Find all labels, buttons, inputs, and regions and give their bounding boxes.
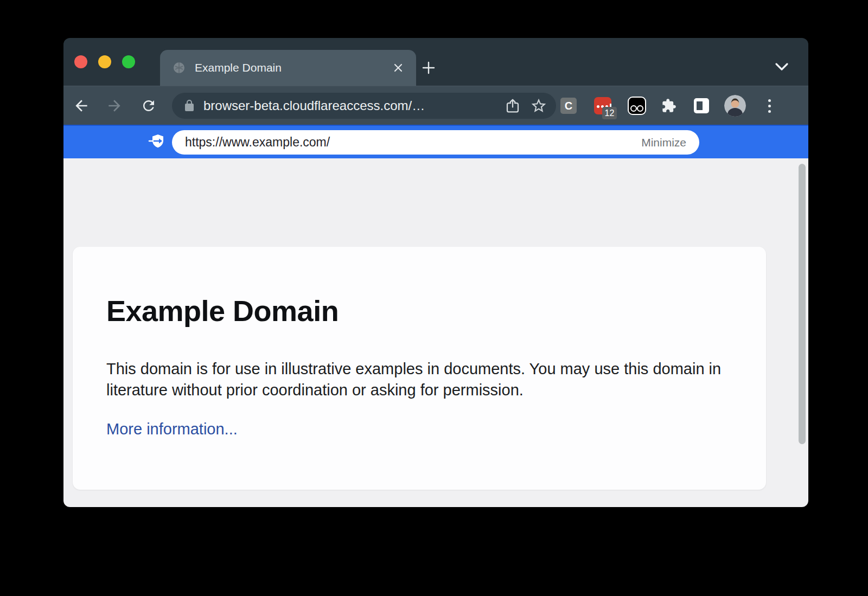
tab-search-button[interactable] — [772, 60, 792, 74]
window-controls — [74, 55, 135, 68]
browser-menu-button[interactable] — [762, 95, 776, 117]
side-panel-button[interactable] — [694, 98, 709, 113]
shield-arrow-icon — [148, 133, 167, 151]
back-button[interactable] — [71, 95, 92, 117]
banner-minimize-button[interactable]: Minimize — [641, 136, 686, 149]
close-icon — [393, 62, 404, 73]
isolated-url-text: https://www.example.com/ — [185, 135, 641, 150]
extension-badge: 12 — [602, 107, 617, 119]
kebab-menu-icon — [768, 99, 771, 102]
tab-title: Example Domain — [195, 61, 391, 74]
star-icon — [530, 97, 547, 114]
page-card: Example Domain This domain is for use in… — [73, 247, 766, 490]
share-icon — [505, 98, 521, 114]
page-viewport: Example Domain This domain is for use in… — [63, 158, 808, 507]
share-button[interactable] — [503, 96, 522, 116]
profile-avatar-button[interactable] — [724, 95, 746, 117]
address-bar[interactable]: browser-beta.cloudflareaccess.com/… — [172, 93, 556, 119]
avatar — [724, 95, 746, 117]
side-panel-icon — [697, 101, 703, 110]
chevron-down-icon — [775, 62, 789, 71]
plus-icon — [421, 60, 436, 75]
zoom-window-button[interactable] — [122, 55, 135, 68]
bookmark-star-button[interactable] — [529, 96, 548, 116]
reload-icon — [141, 98, 157, 114]
extension-c-button[interactable]: C — [560, 98, 577, 114]
screenshot-stage: Example Domain — [0, 0, 868, 596]
more-information-link[interactable]: More information... — [106, 420, 238, 438]
close-window-button[interactable] — [74, 55, 87, 68]
forward-button[interactable] — [104, 95, 125, 117]
eye-circle-icon — [637, 105, 643, 112]
vertical-scrollbar[interactable] — [799, 164, 806, 444]
tab-close-button[interactable] — [391, 61, 405, 75]
page-title: Example Domain — [106, 293, 339, 328]
back-arrow-icon — [73, 97, 90, 114]
browser-toolbar: browser-beta.cloudflareaccess.com/… C — [63, 86, 808, 125]
new-tab-button[interactable] — [417, 56, 440, 79]
extension-red-dots-button[interactable]: 12 — [594, 97, 611, 114]
page-paragraph: This domain is for use in illustrative e… — [106, 358, 733, 401]
extensions-menu-button[interactable] — [661, 98, 677, 114]
isolated-url-field[interactable]: https://www.example.com/ Minimize — [172, 130, 699, 155]
reload-button[interactable] — [138, 95, 159, 117]
address-bar-url: browser-beta.cloudflareaccess.com/… — [203, 98, 496, 113]
minimize-window-button[interactable] — [98, 55, 111, 68]
tab-strip: Example Domain — [63, 38, 808, 86]
lock-icon — [183, 99, 196, 112]
eye-circle-icon — [630, 105, 637, 112]
forward-arrow-icon — [106, 97, 123, 114]
globe-favicon-icon — [173, 62, 185, 74]
isolation-banner: https://www.example.com/ Minimize — [63, 125, 808, 158]
extension-c-label: C — [565, 100, 572, 112]
extension-black-eyes-button[interactable] — [628, 97, 646, 115]
browser-window: Example Domain — [63, 38, 808, 507]
puzzle-icon — [661, 98, 676, 113]
tab-example-domain[interactable]: Example Domain — [160, 50, 416, 86]
